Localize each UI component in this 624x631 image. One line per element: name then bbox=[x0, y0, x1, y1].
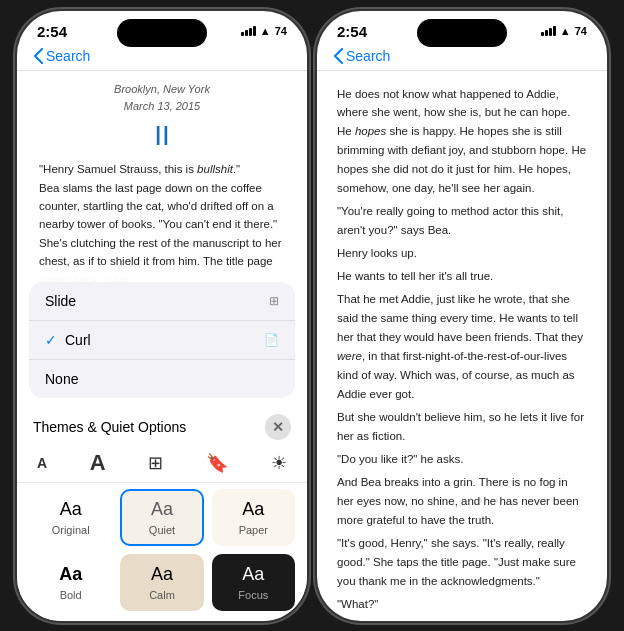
curl-icon: 📄 bbox=[264, 333, 279, 347]
theme-preview-bold: Aa bbox=[59, 564, 82, 585]
reader-toolbar: A A ⊞ 🔖 ☀ bbox=[17, 444, 307, 483]
battery-left: 74 bbox=[275, 25, 287, 37]
book-date: March 13, 2015 bbox=[39, 98, 285, 115]
curl-label: Curl bbox=[65, 332, 264, 348]
bookmark-button[interactable]: 🔖 bbox=[206, 452, 228, 474]
time-left: 2:54 bbox=[37, 23, 67, 40]
theme-name-bold: Bold bbox=[60, 589, 82, 601]
themes-header: Themes & Quiet Options ✕ bbox=[17, 406, 307, 444]
right-phone: 2:54 ▲ 74 Search He does not know what bbox=[317, 11, 607, 621]
transition-curl[interactable]: ✓ Curl 📄 bbox=[29, 321, 295, 360]
wifi-icon-right: ▲ bbox=[560, 25, 571, 37]
theme-card-quiet[interactable]: Aa Quiet bbox=[120, 489, 203, 546]
transition-slide[interactable]: Slide ⊞ bbox=[29, 282, 295, 321]
transition-menu: Slide ⊞ ✓ Curl 📄 None bbox=[29, 282, 295, 398]
slide-label: Slide bbox=[45, 293, 269, 309]
book-chapter: II bbox=[39, 119, 285, 153]
theme-card-original[interactable]: Aa Original bbox=[29, 489, 112, 546]
back-button-left[interactable]: Search bbox=[33, 48, 90, 64]
theme-card-paper[interactable]: Aa Paper bbox=[212, 489, 295, 546]
layout-button[interactable]: ⊞ bbox=[148, 452, 163, 474]
curl-checkmark: ✓ bbox=[45, 332, 57, 348]
wifi-icon: ▲ bbox=[260, 25, 271, 37]
phones-container: 2:54 ▲ 74 Search Brooklyn, New bbox=[17, 11, 607, 621]
close-button[interactable]: ✕ bbox=[265, 414, 291, 440]
time-right: 2:54 bbox=[337, 23, 367, 40]
theme-name-focus: Focus bbox=[238, 589, 268, 601]
theme-preview-original: Aa bbox=[60, 499, 82, 520]
dynamic-island bbox=[117, 19, 207, 47]
theme-name-quiet: Quiet bbox=[149, 524, 175, 536]
status-icons-right: ▲ 74 bbox=[541, 25, 587, 37]
left-phone: 2:54 ▲ 74 Search Brooklyn, New bbox=[17, 11, 307, 621]
slide-icon: ⊞ bbox=[269, 294, 279, 308]
nav-bar-right: Search bbox=[317, 44, 607, 71]
theme-name-calm: Calm bbox=[149, 589, 175, 601]
theme-grid: Aa Original Aa Quiet Aa Paper Aa Bold Aa bbox=[17, 483, 307, 621]
signal-icon bbox=[241, 26, 256, 36]
dynamic-island-right bbox=[417, 19, 507, 47]
status-icons-left: ▲ 74 bbox=[241, 25, 287, 37]
theme-preview-paper: Aa bbox=[242, 499, 264, 520]
book-header: Brooklyn, New York March 13, 2015 II bbox=[39, 81, 285, 153]
theme-name-original: Original bbox=[52, 524, 90, 536]
theme-preview-focus: Aa bbox=[242, 564, 264, 585]
theme-card-calm[interactable]: Aa Calm bbox=[120, 554, 203, 611]
back-label-right: Search bbox=[346, 48, 390, 64]
book-location: Brooklyn, New York bbox=[39, 81, 285, 98]
brightness-button[interactable]: ☀ bbox=[271, 452, 287, 474]
back-label-left: Search bbox=[46, 48, 90, 64]
theme-preview-calm: Aa bbox=[151, 564, 173, 585]
signal-icon-right bbox=[541, 26, 556, 36]
book-content-right: He does not know what happened to Addie,… bbox=[317, 71, 607, 621]
none-label: None bbox=[45, 371, 279, 387]
overlay-panel: Slide ⊞ ✓ Curl 📄 None Themes & Quiet Opt… bbox=[17, 274, 307, 621]
themes-title: Themes & Quiet Options bbox=[33, 419, 186, 435]
theme-card-bold[interactable]: Aa Bold bbox=[29, 554, 112, 611]
theme-preview-quiet: Aa bbox=[151, 499, 173, 520]
nav-bar-left: Search bbox=[17, 44, 307, 71]
transition-none[interactable]: None bbox=[29, 360, 295, 398]
battery-right: 74 bbox=[575, 25, 587, 37]
theme-card-focus[interactable]: Aa Focus bbox=[212, 554, 295, 611]
back-button-right[interactable]: Search bbox=[333, 48, 390, 64]
font-decrease-button[interactable]: A bbox=[37, 455, 47, 471]
theme-name-paper: Paper bbox=[239, 524, 268, 536]
font-increase-button[interactable]: A bbox=[90, 450, 106, 476]
